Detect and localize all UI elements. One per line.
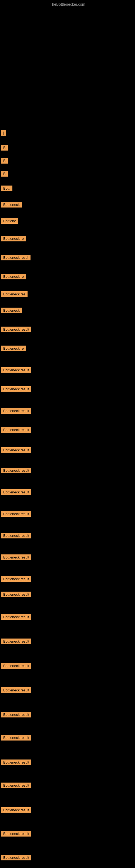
bottleneck-row-37: Bottleneck result <box>0 854 135 862</box>
bottleneck-row-10: Bottleneck re <box>0 273 135 280</box>
bottleneck-label-12: Bottleneck <box>1 308 22 313</box>
bottleneck-row-30: Bottleneck result <box>0 686 135 694</box>
bottleneck-label-36: Bottleneck result <box>1 831 31 837</box>
bottleneck-label-31: Bottleneck result <box>1 712 31 717</box>
bottleneck-row-19: Bottleneck result <box>0 446 135 454</box>
bottleneck-row-26: Bottleneck result <box>0 590 135 598</box>
bottleneck-row-4: B <box>0 170 135 178</box>
bottleneck-label-23: Bottleneck result <box>1 533 31 538</box>
bottleneck-label-30: Bottleneck result <box>1 687 31 693</box>
bottleneck-label-37: Bottleneck result <box>1 855 31 860</box>
bottleneck-label-3: B <box>1 158 8 163</box>
bottleneck-row-20: Bottleneck result <box>0 467 135 474</box>
bottleneck-label-1: | <box>1 130 6 135</box>
bottleneck-label-5: Bottl <box>1 186 12 191</box>
bottleneck-label-10: Bottleneck re <box>1 274 26 279</box>
site-title: TheBottlenecker.com <box>0 0 135 8</box>
bottleneck-label-26: Bottleneck result <box>1 592 31 597</box>
bottleneck-row-13: Bottleneck result <box>0 326 135 333</box>
bottleneck-row-34: Bottleneck result <box>0 781 135 789</box>
bottleneck-row-16: Bottleneck result <box>0 385 135 393</box>
bottleneck-row-9: Bottleneck resul <box>0 254 135 261</box>
bottleneck-row-24: Bottleneck result <box>0 553 135 561</box>
bottleneck-row-25: Bottleneck result <box>0 575 135 583</box>
bottleneck-row-1: | <box>0 129 135 137</box>
bottleneck-label-33: Bottleneck result <box>1 760 31 765</box>
bottleneck-row-17: Bottleneck result <box>0 407 135 415</box>
bottleneck-label-35: Bottleneck result <box>1 807 31 813</box>
bottleneck-row-18: Bottleneck result <box>0 426 135 434</box>
bottleneck-label-6: Bottleneck <box>1 202 22 208</box>
bottleneck-label-17: Bottleneck result <box>1 408 31 414</box>
bottleneck-label-13: Bottleneck result <box>1 327 31 332</box>
bottleneck-row-27: Bottleneck result <box>0 613 135 621</box>
bottleneck-label-16: Bottleneck result <box>1 386 31 392</box>
bottleneck-row-11: Bottleneck res <box>0 290 135 298</box>
bottleneck-label-24: Bottleneck result <box>1 554 31 560</box>
bottleneck-label-29: Bottleneck result <box>1 663 31 669</box>
bottleneck-row-21: Bottleneck result <box>0 488 135 496</box>
bottleneck-row-7: Bottlene <box>0 217 135 225</box>
bottleneck-row-12: Bottleneck <box>0 307 135 314</box>
bottleneck-row-22: Bottleneck result <box>0 510 135 518</box>
bottleneck-label-19: Bottleneck result <box>1 447 31 453</box>
bottleneck-row-28: Bottleneck result <box>0 638 135 645</box>
bottleneck-row-8: Bottleneck re <box>0 235 135 243</box>
bottleneck-label-34: Bottleneck result <box>1 782 31 788</box>
bottleneck-row-23: Bottleneck result <box>0 532 135 539</box>
bottleneck-label-15: Bottleneck result <box>1 367 31 373</box>
bottleneck-row-35: Bottleneck result <box>0 806 135 814</box>
bottleneck-row-33: Bottleneck result <box>0 758 135 766</box>
bottleneck-label-2: B <box>1 145 8 151</box>
bottleneck-row-6: Bottleneck <box>0 201 135 209</box>
bottleneck-label-22: Bottleneck result <box>1 511 31 517</box>
bottleneck-label-21: Bottleneck result <box>1 489 31 495</box>
bottleneck-label-20: Bottleneck result <box>1 468 31 473</box>
bottleneck-label-28: Bottleneck result <box>1 639 31 644</box>
bottleneck-label-14: Bottleneck re <box>1 346 26 351</box>
bottleneck-row-32: Bottleneck result <box>0 734 135 742</box>
bottleneck-label-4: B <box>1 171 8 177</box>
bottleneck-row-31: Bottleneck result <box>0 711 135 718</box>
bottleneck-label-18: Bottleneck result <box>1 427 31 433</box>
bottleneck-row-3: B <box>0 157 135 165</box>
bottleneck-label-7: Bottlene <box>1 218 18 224</box>
bottleneck-label-32: Bottleneck result <box>1 735 31 741</box>
bottleneck-row-15: Bottleneck result <box>0 366 135 374</box>
bottleneck-label-27: Bottleneck result <box>1 614 31 620</box>
bottleneck-label-11: Bottleneck res <box>1 291 28 297</box>
bottleneck-row-2: B <box>0 144 135 152</box>
bottleneck-row-36: Bottleneck result <box>0 830 135 838</box>
bottleneck-row-5: Bottl <box>0 184 135 192</box>
bottleneck-label-8: Bottleneck re <box>1 236 26 241</box>
bottleneck-row-29: Bottleneck result <box>0 662 135 670</box>
bottleneck-row-14: Bottleneck re <box>0 344 135 352</box>
bottleneck-label-25: Bottleneck result <box>1 576 31 582</box>
bottleneck-label-9: Bottleneck resul <box>1 255 31 260</box>
